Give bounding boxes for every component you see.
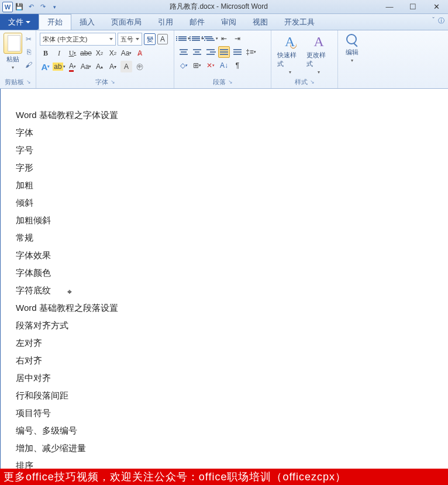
doc-line[interactable]: 加粗 <box>16 176 433 194</box>
save-icon[interactable]: 💾 <box>14 2 25 12</box>
paragraph-group: ▾ ▾ ▾ ⇤ ⇥ ‡≡▾ ◇▾ ⊞▾ ✕▾ A↓ ¶ 段落 <box>174 30 271 88</box>
edit-group: 编辑 ▾ <box>338 30 366 88</box>
quick-access-toolbar: W 💾 ↶ ↷ ▾ <box>0 2 60 12</box>
char-shading-button[interactable]: A <box>120 61 132 72</box>
tab-7[interactable]: 开发工具 <box>276 14 323 30</box>
doc-line[interactable]: 倾斜 <box>16 194 433 212</box>
maximize-button[interactable]: ☐ <box>401 1 425 13</box>
char-scale-button[interactable]: Aa▾ <box>80 61 92 72</box>
doc-line[interactable]: 右对齐 <box>16 352 433 369</box>
justify-button[interactable] <box>218 46 230 58</box>
file-tab[interactable]: 文件 <box>0 14 39 30</box>
tab-3[interactable]: 引用 <box>150 14 181 30</box>
quick-styles-icon: A <box>285 34 295 50</box>
cut-icon[interactable]: ✂ <box>23 34 34 44</box>
doc-line[interactable]: 字号 <box>16 141 433 159</box>
doc-line[interactable]: 项目符号 <box>16 404 433 422</box>
tab-6[interactable]: 视图 <box>244 14 276 30</box>
doc-line[interactable]: 行和段落间距 <box>16 387 433 404</box>
help-icon[interactable]: ⓘ <box>438 16 444 25</box>
increase-indent-button[interactable]: ⇥ <box>232 33 243 44</box>
clipboard-group: 粘贴 ▾ ✂ ⎘ 🖌 剪贴板 <box>0 30 36 88</box>
styles-label: 样式 <box>274 77 335 87</box>
ribbon-min-icon[interactable]: ˇ <box>432 16 435 25</box>
copy-icon[interactable]: ⎘ <box>23 47 34 57</box>
asian-layout-button[interactable]: ✕▾ <box>205 60 216 71</box>
doc-line[interactable]: 常规 <box>16 229 433 247</box>
text-effects-button[interactable]: A▾ <box>40 61 51 72</box>
tab-4[interactable]: 邮件 <box>181 14 213 30</box>
decrease-indent-button[interactable]: ⇤ <box>218 33 230 44</box>
document-content[interactable]: Word 基础教程之字体设置字体字号字形加粗倾斜加粗倾斜常规字体效果字体颜色字符… <box>1 89 448 469</box>
strikethrough-button[interactable]: abe <box>80 47 92 59</box>
doc-line[interactable]: 排序 <box>16 457 433 469</box>
doc-line[interactable]: 增加、减少缩进量 <box>16 439 433 457</box>
font-color-button[interactable]: A▾ <box>67 61 78 72</box>
font-label: 字体 <box>39 77 171 87</box>
enclose-char-button[interactable]: ㊥ <box>134 61 146 72</box>
text-cursor-icon: ⌖ <box>67 283 72 300</box>
minimize-button[interactable]: — <box>378 1 401 13</box>
bold-button[interactable]: B <box>40 47 51 59</box>
edit-button[interactable]: 编辑 ▾ <box>340 32 364 87</box>
doc-line[interactable]: 居中对齐 <box>16 369 433 387</box>
doc-line[interactable]: 段落对齐方式 <box>16 317 433 334</box>
borders-button[interactable]: ⊞▾ <box>191 60 203 71</box>
change-case-button[interactable]: Aa▾ <box>120 47 132 59</box>
undo-icon[interactable]: ↶ <box>26 2 36 12</box>
tab-2[interactable]: 页面布局 <box>103 14 150 30</box>
doc-line[interactable]: 字形 <box>16 159 433 176</box>
doc-line[interactable]: 字符底纹⌖ <box>16 282 433 299</box>
ribbon-tabs: 文件 开始插入页面布局引用邮件审阅视图开发工具 ˇ ⓘ <box>0 14 448 30</box>
doc-line[interactable]: 字体颜色 <box>16 264 433 282</box>
highlight-button[interactable]: ab▾ <box>53 61 65 72</box>
font-name-combo[interactable]: 宋体 (中文正文) <box>40 33 116 46</box>
paste-button[interactable]: 粘贴 ▾ <box>4 33 22 70</box>
align-center-button[interactable] <box>191 46 203 58</box>
align-right-button[interactable] <box>205 46 216 58</box>
clear-format-button[interactable]: A̷ <box>134 47 146 59</box>
subscript-button[interactable]: X2 <box>94 47 105 59</box>
quick-styles-button[interactable]: A 快速样式 ▾ <box>277 34 303 75</box>
window-controls: — ☐ ✕ <box>378 1 448 13</box>
doc-line[interactable]: Word 基础教程之字体设置 <box>16 106 433 124</box>
phonetic-guide-button[interactable]: 變 <box>144 33 156 45</box>
line-spacing-button[interactable]: ‡≡▾ <box>245 46 257 58</box>
distribute-button[interactable] <box>232 46 243 58</box>
document-area[interactable]: Word 基础教程之字体设置字体字号字形加粗倾斜加粗倾斜常规字体效果字体颜色字符… <box>0 89 448 469</box>
ribbon-help: ˇ ⓘ <box>432 16 444 25</box>
tab-1[interactable]: 插入 <box>71 14 103 30</box>
find-icon <box>345 33 359 47</box>
format-painter-icon[interactable]: 🖌 <box>23 60 34 70</box>
char-border-button[interactable]: A <box>157 34 168 44</box>
doc-line[interactable]: 编号、多级编号 <box>16 422 433 439</box>
doc-line[interactable]: Word 基础教程之段落设置 <box>16 299 433 317</box>
bottom-banner: 更多office技巧视频，欢迎关注公众号：office职场培训（officezc… <box>0 469 448 485</box>
grow-font-button[interactable]: A▴ <box>94 61 105 72</box>
underline-button[interactable]: U▾ <box>67 47 78 59</box>
word-icon: W <box>2 2 13 12</box>
qat-dropdown-icon[interactable]: ▾ <box>49 2 60 12</box>
align-left-button[interactable] <box>178 46 189 58</box>
tab-0[interactable]: 开始 <box>39 14 71 30</box>
numbering-button[interactable]: ▾ <box>191 33 203 44</box>
ribbon: 粘贴 ▾ ✂ ⎘ 🖌 剪贴板 宋体 (中文正文) 五号 變 A B I U▾ a <box>0 30 448 89</box>
doc-line[interactable]: 字体效果 <box>16 247 433 264</box>
font-size-combo[interactable]: 五号 <box>118 33 142 46</box>
multilevel-button[interactable]: ▾ <box>205 33 216 44</box>
shrink-font-button[interactable]: A▾ <box>107 61 119 72</box>
doc-line[interactable]: 字体 <box>16 124 433 141</box>
sort-button[interactable]: A↓ <box>218 60 230 71</box>
redo-icon[interactable]: ↷ <box>37 2 48 12</box>
paste-icon <box>4 33 22 54</box>
italic-button[interactable]: I <box>53 47 65 59</box>
show-marks-button[interactable]: ¶ <box>232 60 243 71</box>
shading-button[interactable]: ◇▾ <box>178 60 189 71</box>
doc-line[interactable]: 左对齐 <box>16 334 433 352</box>
tab-5[interactable]: 审阅 <box>213 14 244 30</box>
close-button[interactable]: ✕ <box>425 1 448 13</box>
bullets-button[interactable]: ▾ <box>178 33 189 44</box>
doc-line[interactable]: 加粗倾斜 <box>16 212 433 229</box>
change-styles-button[interactable]: A 更改样式 ▾ <box>306 34 332 75</box>
superscript-button[interactable]: X2 <box>107 47 119 59</box>
